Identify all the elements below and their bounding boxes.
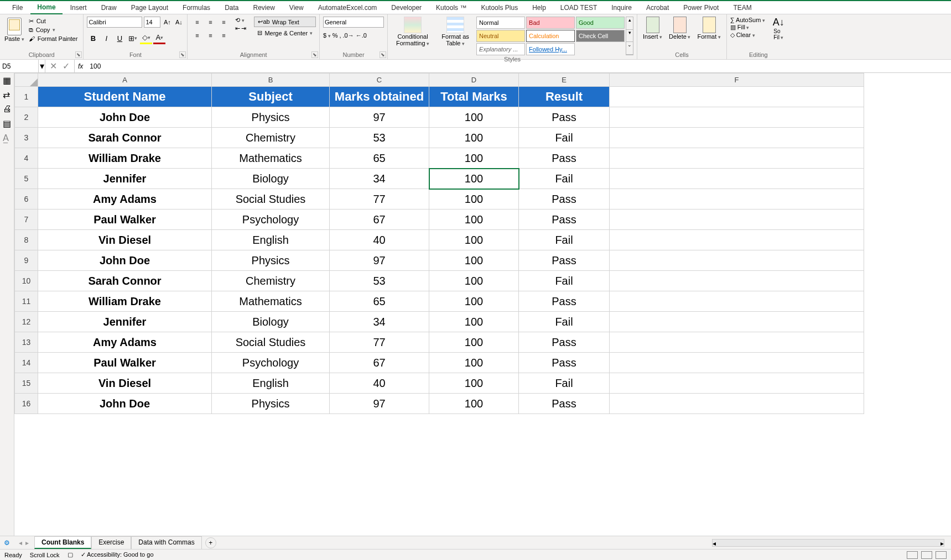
enter-formula-icon[interactable]: ✓ [63,61,70,71]
font-color-button[interactable]: A [153,32,165,44]
cell[interactable]: 100 [429,291,519,312]
row-header[interactable]: 13 [15,332,38,353]
ribbon-tab-formulas[interactable]: Formulas [176,2,217,14]
cell[interactable]: Physics [212,107,330,128]
horizontal-scrollbar[interactable]: ◂▸ [712,539,944,547]
ribbon-tab-home[interactable]: Home [30,1,62,14]
merge-center-button[interactable]: ⊟Merge & Center [254,28,316,38]
gutter-icon[interactable]: A̲ [3,133,12,142]
row-header[interactable]: 1 [15,87,38,107]
fx-icon[interactable]: fx [75,60,86,72]
cell[interactable] [610,312,864,332]
clipboard-launcher[interactable]: ⬊ [75,51,82,58]
cell[interactable] [610,210,864,230]
cell[interactable] [610,291,864,312]
cell[interactable]: 100 [429,230,519,250]
cell[interactable]: Fail [519,373,610,394]
cell[interactable]: John Doe [38,107,212,128]
header-cell[interactable]: Total Marks [429,87,519,107]
sheet-tab[interactable]: Data with Commas [131,536,201,549]
style-cell[interactable]: Good [576,17,625,29]
wrap-text-button[interactable]: ↩abWrap Text [254,17,316,27]
gutter-icon[interactable]: 🖨 [3,104,12,113]
cell[interactable]: Biology [212,312,330,332]
number-launcher[interactable]: ⬊ [380,51,386,58]
row-header[interactable]: 7 [15,210,38,230]
cell[interactable]: Pass [519,148,610,169]
align-bottom-icon[interactable]: ≡ [217,17,230,28]
name-box[interactable]: D5 [0,60,39,72]
cell[interactable]: Pass [519,250,610,271]
cell[interactable]: Physics [212,394,330,414]
cell[interactable]: Social Studies [212,332,330,353]
ribbon-tab-file[interactable]: File [6,2,29,14]
cell[interactable]: Psychology [212,210,330,230]
gutter-icon[interactable]: ▤ [3,118,12,127]
cell[interactable] [610,128,864,148]
col-header-A[interactable]: A [38,74,212,87]
add-sheet-button[interactable]: + [205,537,216,548]
paste-button[interactable]: Paste [3,17,25,43]
ribbon-tab-power-pivot[interactable]: Power Pivot [677,2,725,14]
cell[interactable] [610,332,864,353]
cell[interactable]: 100 [429,394,519,414]
ribbon-tab-insert[interactable]: Insert [64,2,93,14]
cell[interactable]: William Drake [38,291,212,312]
row-header[interactable]: 12 [15,312,38,332]
name-box-dropdown[interactable]: ▾ [39,60,45,72]
cell[interactable]: William Drake [38,148,212,169]
row-header[interactable]: 6 [15,189,38,210]
autosum-button[interactable]: ∑ AutoSum [730,17,765,23]
sheet-nav-prev-icon[interactable]: ◂ [19,539,22,547]
status-macro-icon[interactable]: ▢ [67,551,73,558]
options-gear-icon[interactable]: ⚙ [0,539,13,547]
cell[interactable]: Pass [519,189,610,210]
cancel-formula-icon[interactable]: ✕ [50,61,57,71]
page-layout-view-icon[interactable] [921,551,932,559]
comma-format-icon[interactable]: , [339,32,341,39]
cell[interactable]: 100 [429,128,519,148]
cell[interactable]: 100 [429,107,519,128]
cell[interactable] [610,107,864,128]
cell[interactable]: 97 [330,250,429,271]
cell[interactable]: 100 [429,189,519,210]
orientation-button[interactable]: ⟲ [235,17,246,24]
ribbon-tab-view[interactable]: View [283,2,310,14]
ribbon-tab-page-layout[interactable]: Page Layout [124,2,175,14]
cell[interactable]: 65 [330,148,429,169]
col-header-D[interactable]: D [429,74,519,87]
number-format-select[interactable] [323,17,384,28]
style-cell[interactable]: Explanatory ... [476,43,525,55]
cell[interactable] [610,230,864,250]
cell[interactable]: Sarah Connor [38,128,212,148]
cell[interactable]: English [212,373,330,394]
page-break-view-icon[interactable] [936,551,947,559]
style-cell[interactable]: Neutral [476,30,525,42]
cell[interactable]: Fail [519,271,610,291]
cell[interactable]: Chemistry [212,128,330,148]
cell[interactable]: 67 [330,353,429,373]
row-header[interactable]: 15 [15,373,38,394]
cell[interactable]: Biology [212,169,330,189]
italic-button[interactable]: I [100,32,112,44]
cell[interactable]: English [212,230,330,250]
cell[interactable]: Pass [519,394,610,414]
font-launcher[interactable]: ⬊ [179,51,186,58]
sheet-tab[interactable]: Exercise [91,536,131,549]
style-cell[interactable]: Calculation [526,30,575,42]
increase-font-icon[interactable]: A↑ [162,17,172,28]
decrease-indent-icon[interactable]: ⇤ [235,25,240,32]
align-center-icon[interactable]: ≡ [204,30,216,41]
cell[interactable]: Pass [519,291,610,312]
underline-button[interactable]: U [113,32,126,44]
insert-cells-button[interactable]: Insert [641,17,664,40]
select-all-corner[interactable] [15,74,38,87]
cell[interactable]: Paul Walker [38,210,212,230]
style-cell[interactable]: Normal [476,17,525,29]
cell[interactable]: Chemistry [212,271,330,291]
cell[interactable]: Pass [519,353,610,373]
cell[interactable]: 53 [330,128,429,148]
col-header-F[interactable]: F [610,74,864,87]
ribbon-tab-review[interactable]: Review [246,2,281,14]
decrease-decimal-icon[interactable]: ←.0 [356,32,367,39]
